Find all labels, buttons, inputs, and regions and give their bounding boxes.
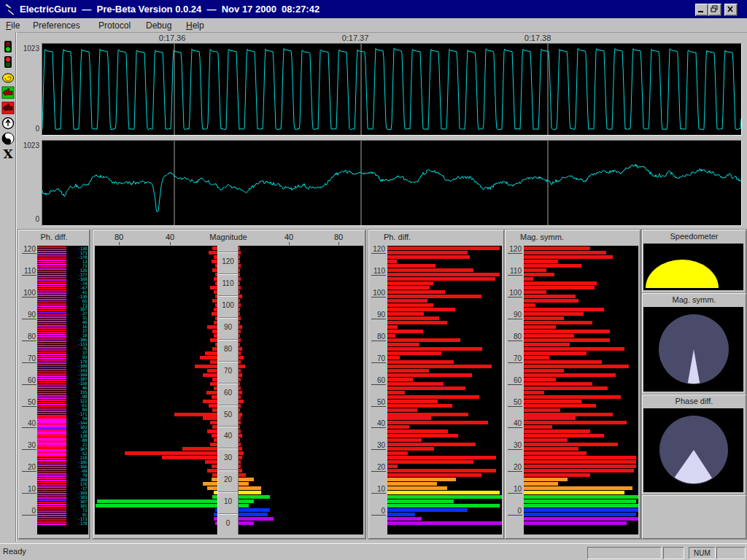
phase-hist-bar xyxy=(387,499,454,503)
magsymm-hist-bar xyxy=(524,504,638,508)
magnitude-bar-left xyxy=(214,386,217,390)
magnitude-bar-left xyxy=(215,303,217,307)
magsymm-hist-bar xyxy=(524,312,584,316)
magnitude-bar-right xyxy=(239,451,244,455)
stripe-row xyxy=(37,443,66,444)
magsymm-hist-bar xyxy=(524,482,558,486)
hand-red-icon[interactable] xyxy=(1,101,15,114)
phase-hist-bar xyxy=(387,347,482,351)
speedometer-title: Speedometer xyxy=(643,230,746,244)
menu-item-debug[interactable]: Debug xyxy=(146,20,171,31)
stripe-row xyxy=(37,266,66,268)
magnitude-axis-label: 100 xyxy=(218,301,238,310)
phase-hist-bar xyxy=(387,299,427,303)
magnitude-bar-left xyxy=(215,273,217,276)
phase-hist-bar xyxy=(387,316,439,320)
phasediff-dial xyxy=(643,408,743,492)
axis-label: 110 xyxy=(369,267,386,276)
stripe-row xyxy=(37,389,66,390)
magnitude-bar-right xyxy=(239,273,240,276)
axis-label: 20 xyxy=(369,463,386,472)
magnitude-bar-left xyxy=(210,382,217,386)
stripe-row xyxy=(37,271,66,272)
phase-hist-bar xyxy=(387,413,468,416)
magsymm-hist-bar xyxy=(524,386,608,390)
magnitude-axis-label: 110 xyxy=(218,279,238,288)
menu-item-preferences[interactable]: Preferences xyxy=(33,20,80,31)
menu-item-file[interactable]: File xyxy=(6,20,20,31)
magnitude-bar-left xyxy=(214,513,217,516)
magnitude-bar-right xyxy=(239,351,241,355)
magnitude-bar-left xyxy=(214,290,217,294)
magnitude-bar-right xyxy=(239,299,240,303)
magnitude-bar-right xyxy=(239,416,241,420)
stripe-row xyxy=(37,286,66,287)
magnitude-bar-right xyxy=(239,330,241,333)
magsymm-hist-bar xyxy=(524,268,546,272)
magsymm-hist-bar xyxy=(524,281,597,285)
stripe-row xyxy=(37,253,66,254)
stripe-row xyxy=(37,415,66,416)
magnitude-bar-right xyxy=(239,429,241,433)
traffic-light-stop-icon[interactable] xyxy=(1,55,15,69)
restore-button[interactable] xyxy=(708,4,721,16)
column-divider xyxy=(218,384,238,384)
magsymm-hist-bar xyxy=(524,295,576,298)
magnitude-bar-left xyxy=(212,246,217,250)
window-title: ElectricGuru — Pre-Beta Version 0.0.24 —… xyxy=(20,0,320,18)
stripe-row xyxy=(37,330,66,331)
clock-up-icon[interactable] xyxy=(1,117,15,130)
stripe-row xyxy=(37,356,66,357)
stripe-row xyxy=(37,284,66,285)
magnitude-bar-right xyxy=(239,264,241,268)
magnitude-bar-left xyxy=(214,321,217,324)
stripe-row xyxy=(37,464,66,466)
axis-label: 40 xyxy=(369,419,386,428)
traffic-light-go-icon[interactable] xyxy=(1,40,15,53)
magnitude-bar-right xyxy=(239,277,241,281)
stripe-row xyxy=(37,499,66,501)
stripe-row xyxy=(37,338,66,340)
phase-values-plot: -130173-1781373135-177-168-74-6741-13065… xyxy=(66,246,88,534)
stripe-row xyxy=(37,349,66,351)
axis-label: 70 xyxy=(369,354,386,363)
magnitude-bar-left xyxy=(125,451,218,455)
phase-hist-bar xyxy=(387,273,500,276)
stripe-row xyxy=(37,249,66,250)
magnitude-bar-left xyxy=(200,356,217,359)
hand-green-icon[interactable] xyxy=(1,86,15,99)
titlebar[interactable]: ElectricGuru — Pre-Beta Version 0.0.24 —… xyxy=(0,0,747,18)
magnitude-bar-right xyxy=(239,486,261,490)
close-button[interactable] xyxy=(724,4,738,16)
magnitude-bar-right xyxy=(239,382,240,386)
magsymm-dial xyxy=(643,307,743,392)
magnitude-center-column: 0102030405060708090100110120 xyxy=(217,246,239,534)
phase-strip-title: Ph. diff. xyxy=(19,230,89,245)
magnitude-bar-left xyxy=(215,281,217,285)
phase-hist-bar xyxy=(387,478,456,481)
stripe-row xyxy=(37,473,66,475)
magsymm-hist-bar xyxy=(524,429,590,433)
stripe-row xyxy=(37,429,66,431)
stripe-row xyxy=(37,432,66,433)
menu-item-help[interactable]: Help xyxy=(186,20,204,31)
magsymm-hist-bar xyxy=(524,308,604,311)
axis-label: 110 xyxy=(506,267,522,276)
magnitude-bar-left xyxy=(212,425,217,429)
yin-yang-icon[interactable] xyxy=(1,132,15,145)
menu-item-protocol[interactable]: Protocol xyxy=(98,20,131,31)
stripe-row xyxy=(37,327,66,329)
snail-icon[interactable] xyxy=(1,71,15,84)
stripe-row xyxy=(37,400,66,401)
status-pane-1 xyxy=(587,547,662,559)
close-x-icon[interactable]: X xyxy=(1,147,15,160)
phase-hist-bar xyxy=(387,295,481,298)
axis-label: 120 xyxy=(19,245,36,254)
stripe-row xyxy=(37,458,66,459)
axis-label: 90 xyxy=(19,311,36,319)
minimize-button[interactable] xyxy=(695,4,708,16)
magnitude-bar-left xyxy=(206,391,217,394)
magnitude-bar-left xyxy=(162,456,218,459)
magnitude-bar-right xyxy=(239,360,241,364)
stripe-row xyxy=(37,347,66,349)
